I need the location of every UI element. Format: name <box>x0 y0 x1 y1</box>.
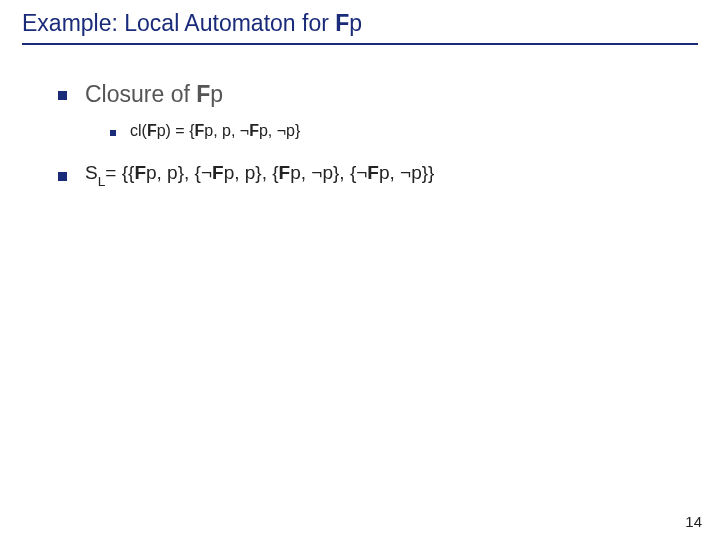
sl-sub: L <box>98 174 106 189</box>
bullet-closure-definition: cl(Fp) = {Fp, p, ¬Fp, ¬p} <box>110 122 720 140</box>
closure-prefix: Closure of <box>85 81 196 107</box>
body: Closure of Fp cl(Fp) = {Fp, p, ¬Fp, ¬p} … <box>0 45 720 187</box>
sl-s: S <box>85 162 98 183</box>
title-fp-rest: p <box>349 10 362 36</box>
title-fp-bold: F <box>335 10 349 36</box>
page-number: 14 <box>685 513 702 530</box>
sl-t3: p, ¬p}, {¬ <box>290 162 367 183</box>
sl-t1: p, p}, {¬ <box>146 162 212 183</box>
slide: Example: Local Automaton for Fp Closure … <box>0 0 720 540</box>
sl-definition: SL= {{Fp, p}, {¬Fp, p}, {Fp, ¬p}, {¬Fp, … <box>85 162 434 187</box>
sl-f3: F <box>279 162 291 183</box>
sl-t2: p, p}, { <box>224 162 279 183</box>
title-prefix: Example: Local Automaton for <box>22 10 335 36</box>
cl-f: F <box>249 122 259 139</box>
square-bullet-icon <box>58 172 67 181</box>
sl-f1: F <box>134 162 146 183</box>
sl-f4: F <box>367 162 379 183</box>
cl-g: p, ¬p} <box>259 122 300 139</box>
cl-b: F <box>147 122 157 139</box>
square-bullet-icon <box>58 91 67 100</box>
slide-title: Example: Local Automaton for Fp <box>22 10 362 36</box>
cl-d: F <box>194 122 204 139</box>
square-bullet-icon <box>110 130 116 136</box>
closure-fp-bold: F <box>196 81 210 107</box>
cl-e: p, p, ¬ <box>204 122 249 139</box>
cl-c: p) = { <box>157 122 195 139</box>
cl-a: cl( <box>130 122 147 139</box>
sl-eq: = {{ <box>105 162 134 183</box>
closure-definition: cl(Fp) = {Fp, p, ¬Fp, ¬p} <box>130 122 300 140</box>
closure-heading: Closure of Fp <box>85 81 223 108</box>
title-area: Example: Local Automaton for Fp <box>0 0 720 37</box>
closure-fp-rest: p <box>210 81 223 107</box>
bullet-closure: Closure of Fp <box>58 81 720 108</box>
sl-t4: p, ¬p}} <box>379 162 434 183</box>
sl-f2: F <box>212 162 224 183</box>
bullet-sl: SL= {{Fp, p}, {¬Fp, p}, {Fp, ¬p}, {¬Fp, … <box>58 162 720 187</box>
